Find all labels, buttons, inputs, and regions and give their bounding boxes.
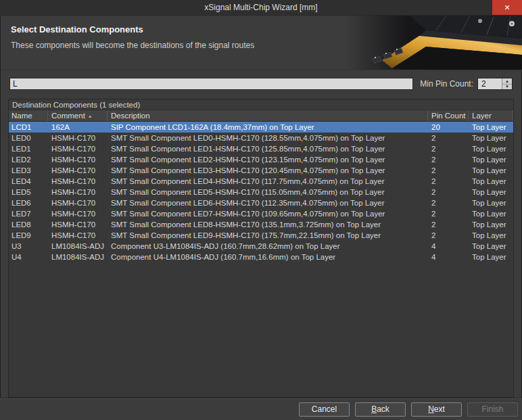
cell-comment: HSMH-C170 (48, 208, 108, 219)
cell-pin-count: 2 (428, 219, 469, 230)
footer-bar: Cancel Back Next Finish (0, 398, 522, 420)
cell-description: SMT Small Component LED3-HSMH-C170 (120.… (108, 165, 428, 176)
cell-layer: Top Layer (469, 187, 513, 197)
table-row[interactable]: LED9 HSMH-C170 SMT Small Component LED9-… (9, 230, 513, 241)
cell-layer: Top Layer (469, 122, 513, 133)
stepper-up-button[interactable]: ▲ (502, 78, 512, 84)
chevron-down-icon: ▼ (505, 85, 509, 89)
cell-pin-count: 4 (428, 241, 469, 252)
cell-layer: Top Layer (469, 219, 513, 230)
cell-pin-count: 2 (428, 208, 469, 219)
column-header-description[interactable]: Description (108, 110, 428, 121)
cell-layer: Top Layer (469, 176, 513, 187)
column-label: Comment (51, 112, 85, 120)
cell-pin-count: 2 (428, 197, 469, 208)
cell-pin-count: 4 (428, 252, 469, 262)
page-subtitle: These components will become the destina… (11, 41, 254, 50)
cell-name: LCD1 (9, 122, 48, 133)
cell-description: SMT Small Component LED8-HSMH-C170 (135.… (108, 219, 428, 230)
cell-comment: HSMH-C170 (48, 143, 108, 154)
min-pin-count-value: 2 (478, 78, 502, 89)
cell-pin-count: 20 (428, 122, 469, 133)
cell-layer: Top Layer (469, 252, 513, 262)
table-row[interactable]: LED5 HSMH-C170 SMT Small Component LED5-… (9, 187, 513, 197)
close-button[interactable]: ✕ (492, 0, 522, 15)
table-row[interactable]: LED3 HSMH-C170 SMT Small Component LED3-… (9, 165, 513, 176)
cell-name: LED4 (9, 176, 48, 187)
cell-comment: HSMH-C170 (48, 197, 108, 208)
column-header-layer[interactable]: Layer (469, 110, 513, 121)
cancel-button[interactable]: Cancel (299, 402, 350, 417)
stepper-down-button[interactable]: ▼ (502, 84, 512, 90)
title-bar[interactable]: xSignal Multi-Chip Wizard [mm] ✕ (0, 0, 522, 16)
cell-name: LED3 (9, 165, 48, 176)
column-label: Description (111, 112, 150, 120)
table-group-header: Destination Components (1 selected) (9, 99, 513, 110)
stepper-buttons: ▲ ▼ (502, 78, 512, 89)
cell-comment: HSMH-C170 (48, 187, 108, 197)
chevron-up-icon: ▲ (505, 79, 509, 83)
cell-layer: Top Layer (469, 154, 513, 165)
table-row[interactable]: LED1 HSMH-C170 SMT Small Component LED1-… (9, 143, 513, 154)
destination-components-table: Destination Components (1 selected) Name… (8, 99, 514, 398)
cell-name: LED7 (9, 208, 48, 219)
table-row[interactable]: LED2 HSMH-C170 SMT Small Component LED2-… (9, 154, 513, 165)
table-row[interactable]: U4 LM1084IS-ADJ Component U4-LM1084IS-AD… (9, 252, 513, 262)
cell-pin-count: 2 (428, 176, 469, 187)
cell-description: SMT Small Component LED7-HSMH-C170 (109.… (108, 208, 428, 219)
cell-pin-count: 2 (428, 143, 469, 154)
cell-name: U4 (9, 252, 48, 262)
table-header-row: Name Comment▲ Description Pin Count Laye… (9, 110, 513, 122)
cell-pin-count: 2 (428, 154, 469, 165)
cell-description: SMT Small Component LED9-HSMH-C170 (175.… (108, 230, 428, 241)
next-button[interactable]: Next (411, 402, 462, 417)
cell-layer: Top Layer (469, 241, 513, 252)
page-title: Select Destination Components (11, 24, 143, 34)
column-header-comment[interactable]: Comment▲ (48, 110, 108, 121)
cell-comment: HSMH-C170 (48, 176, 108, 187)
column-label: Layer (472, 112, 492, 120)
cell-comment: 162A (48, 122, 108, 133)
filter-input[interactable] (9, 78, 413, 90)
cell-layer: Top Layer (469, 143, 513, 154)
table-body: LCD1 162A SIP Component LCD1-162A (18.4m… (9, 122, 513, 262)
cell-name: LED5 (9, 187, 48, 197)
table-row[interactable]: LED0 HSMH-C170 SMT Small Component LED0-… (9, 133, 513, 143)
cell-description: SMT Small Component LED0-HSMH-C170 (128.… (108, 133, 428, 143)
min-pin-count-label: Min Pin Count: (420, 79, 473, 89)
cell-description: SIP Component LCD1-162A (18.4mm,37mm) on… (108, 122, 428, 133)
cell-description: SMT Small Component LED5-HSMH-C170 (115.… (108, 187, 428, 197)
table-row[interactable]: LCD1 162A SIP Component LCD1-162A (18.4m… (9, 122, 513, 133)
cell-name: LED6 (9, 197, 48, 208)
cell-description: SMT Small Component LED6-HSMH-C170 (112.… (108, 197, 428, 208)
back-button[interactable]: Back (355, 402, 406, 417)
filter-row: Min Pin Count: 2 ▲ ▼ (9, 77, 513, 91)
cell-name: LED1 (9, 143, 48, 154)
cell-layer: Top Layer (469, 208, 513, 219)
min-pin-count-stepper[interactable]: 2 ▲ ▼ (477, 78, 513, 90)
cell-comment: HSMH-C170 (48, 165, 108, 176)
cell-comment: LM1084IS-ADJ (48, 241, 108, 252)
cell-description: SMT Small Component LED2-HSMH-C170 (123.… (108, 154, 428, 165)
cell-layer: Top Layer (469, 197, 513, 208)
finish-button: Finish (467, 402, 518, 417)
cell-description: SMT Small Component LED1-HSMH-C170 (125.… (108, 143, 428, 154)
cell-description: Component U3-LM1084IS-ADJ (160.7mm,28.62… (108, 241, 428, 252)
column-header-pin-count[interactable]: Pin Count (428, 110, 469, 121)
table-row[interactable]: LED6 HSMH-C170 SMT Small Component LED6-… (9, 197, 513, 208)
table-row[interactable]: LED4 HSMH-C170 SMT Small Component LED4-… (9, 176, 513, 187)
table-row[interactable]: U3 LM1084IS-ADJ Component U3-LM1084IS-AD… (9, 241, 513, 252)
cell-comment: HSMH-C170 (48, 219, 108, 230)
cell-comment: LM1084IS-ADJ (48, 252, 108, 262)
column-label: Name (11, 112, 32, 120)
cell-name: U3 (9, 241, 48, 252)
cell-layer: Top Layer (469, 230, 513, 241)
wizard-header: Select Destination Components These comp… (0, 16, 522, 70)
table-row[interactable]: LED8 HSMH-C170 SMT Small Component LED8-… (9, 219, 513, 230)
cell-comment: HSMH-C170 (48, 154, 108, 165)
cell-name: LED9 (9, 230, 48, 241)
cell-description: SMT Small Component LED4-HSMH-C170 (117.… (108, 176, 428, 187)
column-header-name[interactable]: Name (9, 110, 48, 121)
cell-pin-count: 2 (428, 230, 469, 241)
table-row[interactable]: LED7 HSMH-C170 SMT Small Component LED7-… (9, 208, 513, 219)
